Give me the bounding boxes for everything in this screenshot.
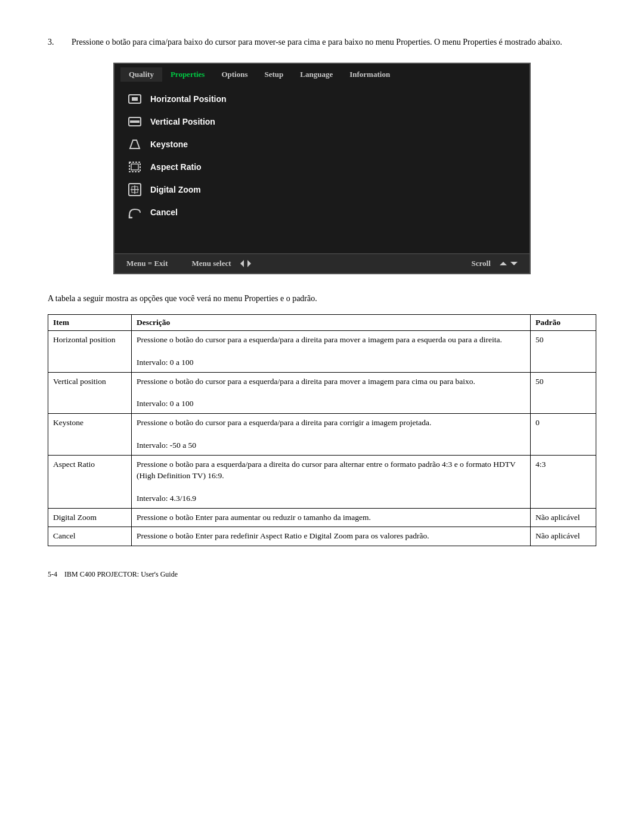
table-cell-item: Horizontal position — [48, 331, 132, 373]
table-cell-padrao: 50 — [531, 331, 596, 373]
svg-rect-3 — [130, 120, 140, 123]
table-row: Aspect RatioPressione o botão para a esq… — [48, 456, 596, 509]
table-cell-item: Vertical position — [48, 372, 132, 414]
horizontal-position-label: Horizontal Position — [150, 94, 227, 104]
arrow-left-icon — [240, 260, 244, 267]
menu-item-aspect-ratio[interactable]: Aspect Ratio — [126, 156, 518, 178]
table-row: KeystonePressione o botão do cursor para… — [48, 414, 596, 456]
table-row: Vertical positionPressione o botão do cu… — [48, 372, 596, 414]
table-cell-item: Keystone — [48, 414, 132, 456]
footer-menu-select: Menu select — [192, 259, 251, 268]
table-cell-description: Pressione o botão Enter para aumentar ou… — [132, 508, 531, 527]
intro-text: Pressione o botão para cima/para baixo d… — [72, 38, 562, 47]
footer-scroll: Scroll — [471, 259, 518, 268]
keystone-icon — [126, 136, 143, 153]
table-cell-description: Pressione o botão do cursor para a esque… — [132, 331, 531, 373]
tab-setup[interactable]: Setup — [256, 67, 292, 82]
vertical-position-label: Vertical Position — [150, 117, 215, 126]
arrow-right-icon — [247, 260, 251, 267]
table-cell-padrao: 0 — [531, 414, 596, 456]
table-cell-padrao: 4:3 — [531, 456, 596, 509]
step-number: 3. — [48, 36, 72, 48]
menu-footer: Menu = Exit Menu select Scroll — [114, 253, 530, 273]
table-row: CancelPressione o botão Enter para redef… — [48, 527, 596, 546]
arrow-up-icon — [500, 262, 507, 265]
tab-options[interactable]: Options — [213, 67, 256, 82]
menu-item-horizontal-position[interactable]: Horizontal Position — [126, 88, 518, 110]
keystone-label: Keystone — [150, 140, 188, 149]
tab-information[interactable]: Information — [341, 67, 398, 82]
tab-language[interactable]: Language — [292, 67, 341, 82]
table-cell-padrao: Não aplicável — [531, 508, 596, 527]
menu-tab-bar: Quality Properties Options Setup Languag… — [114, 64, 530, 82]
footer-text: IBM C400 PROJECTOR: User's Guide — [64, 570, 178, 578]
table-row: Digital ZoomPressione o botão Enter para… — [48, 508, 596, 527]
table-cell-description: Pressione o botão do cursor para a esque… — [132, 414, 531, 456]
menu-item-cancel[interactable]: Cancel — [126, 201, 518, 224]
table-cell-padrao: Não aplicável — [531, 527, 596, 546]
description-paragraph: A tabela a seguir mostra as opções que v… — [48, 292, 596, 305]
arrow-down-icon — [510, 262, 518, 265]
svg-marker-4 — [130, 140, 140, 148]
menu-item-vertical-position[interactable]: Vertical Position — [126, 110, 518, 133]
menu-content: Horizontal Position Vertical Position Ke… — [114, 82, 530, 253]
page-footer: 5-4 IBM C400 PROJECTOR: User's Guide — [48, 570, 596, 579]
digital-zoom-icon — [126, 181, 143, 198]
aspect-ratio-label: Aspect Ratio — [150, 162, 202, 172]
tab-properties[interactable]: Properties — [162, 67, 213, 82]
table-cell-item: Digital Zoom — [48, 508, 132, 527]
intro-paragraph: 3. Pressione o botão para cima/para baix… — [48, 36, 596, 48]
menu-item-keystone[interactable]: Keystone — [126, 133, 518, 156]
table-header-descricao: Descrição — [132, 315, 531, 331]
table-row: Horizontal positionPressione o botão do … — [48, 331, 596, 373]
table-header-item: Item — [48, 315, 132, 331]
digital-zoom-label: Digital Zoom — [150, 185, 201, 194]
horizontal-position-icon — [126, 91, 143, 107]
table-header-padrao: Padrão — [531, 315, 596, 331]
table-cell-description: Pressione o botão do cursor para a esque… — [132, 372, 531, 414]
table-cell-item: Aspect Ratio — [48, 456, 132, 509]
svg-rect-1 — [132, 97, 138, 101]
menu-item-digital-zoom[interactable]: Digital Zoom — [126, 178, 518, 201]
table-cell-description: Pressione o botão Enter para redefinir A… — [132, 527, 531, 546]
tab-quality[interactable]: Quality — [120, 67, 162, 82]
cancel-icon — [126, 204, 143, 221]
svg-rect-6 — [131, 164, 138, 170]
page-number: 5-4 — [48, 570, 57, 578]
table-cell-padrao: 50 — [531, 372, 596, 414]
footer-menu-exit: Menu = Exit — [126, 259, 168, 268]
vertical-position-icon — [126, 113, 143, 130]
projector-menu-screenshot: Quality Properties Options Setup Languag… — [113, 63, 531, 274]
table-cell-item: Cancel — [48, 527, 132, 546]
table-cell-description: Pressione o botão para a esquerda/para a… — [132, 456, 531, 509]
cancel-label: Cancel — [150, 208, 178, 217]
aspect-ratio-icon — [126, 159, 143, 175]
properties-table: Item Descrição Padrão Horizontal positio… — [48, 314, 596, 546]
